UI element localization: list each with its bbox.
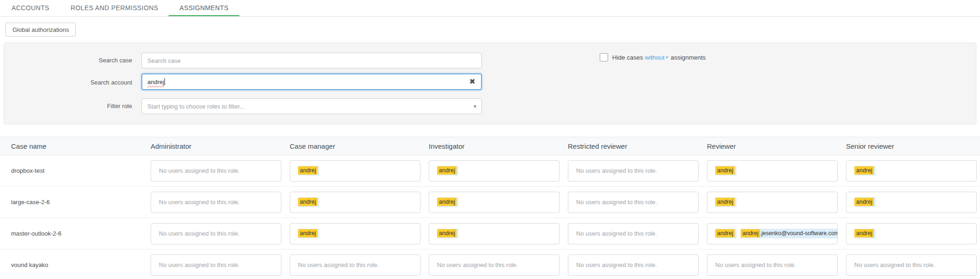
assignment-box[interactable]: andrejandrej.jesenko@vound-software.com bbox=[707, 223, 838, 244]
assignment-box[interactable]: andrej bbox=[846, 223, 977, 244]
assignment-box[interactable]: andrej bbox=[429, 223, 560, 244]
assignment-box[interactable]: andrej bbox=[290, 160, 420, 182]
search-match-highlight: andrej bbox=[715, 229, 735, 237]
search-case-input[interactable] bbox=[141, 53, 482, 68]
role-cell: andrej bbox=[707, 192, 846, 213]
column-header: Reviewer bbox=[707, 142, 846, 150]
empty-placeholder: No users assigned to this role. bbox=[576, 199, 657, 206]
table-row: master-outlook-2-6No users assigned to t… bbox=[0, 218, 980, 249]
assignment-box[interactable]: No users assigned to this role. bbox=[568, 255, 699, 276]
assignment-box[interactable]: No users assigned to this role. bbox=[151, 255, 281, 276]
search-match-highlight: andrej bbox=[741, 229, 760, 237]
empty-placeholder: No users assigned to this role. bbox=[159, 199, 240, 206]
triangle-down-icon[interactable]: ▾ bbox=[666, 55, 668, 60]
column-header: Case manager bbox=[290, 142, 429, 150]
assignment-box[interactable]: andrej bbox=[707, 160, 838, 182]
tab-assignments[interactable]: ASSIGNMENTS bbox=[169, 0, 239, 16]
table-row: large-case-2-6No users assigned to this … bbox=[0, 187, 980, 218]
hide-cases-checkbox[interactable] bbox=[600, 53, 608, 61]
user-chip[interactable]: andrej bbox=[298, 197, 319, 207]
user-chip[interactable]: andrej bbox=[298, 166, 319, 176]
text-caret bbox=[164, 78, 165, 85]
search-match-highlight: andrej bbox=[854, 166, 874, 175]
search-match-highlight: andrej bbox=[437, 229, 457, 237]
search-match-highlight: andrej bbox=[437, 198, 457, 206]
assignment-box[interactable]: No users assigned to this role. bbox=[151, 192, 281, 213]
search-account-input[interactable]: andrej ✖ bbox=[141, 73, 482, 90]
empty-placeholder: No users assigned to this role. bbox=[437, 261, 518, 268]
tab-bar: ACCOUNTSROLES AND PERMISSIONSASSIGNMENTS bbox=[0, 0, 980, 17]
case-name: vound kayako bbox=[0, 261, 151, 268]
role-cell: No users assigned to this role. bbox=[568, 192, 707, 213]
role-cell: andrej bbox=[290, 192, 429, 213]
assignment-box[interactable]: No users assigned to this role. bbox=[568, 160, 699, 182]
column-header: Restricted reviewer bbox=[568, 142, 707, 150]
assignment-box[interactable]: No users assigned to this role. bbox=[707, 255, 838, 276]
role-cell: No users assigned to this role. bbox=[568, 255, 707, 276]
empty-placeholder: No users assigned to this role. bbox=[159, 261, 240, 268]
assignment-box[interactable]: andrej bbox=[290, 192, 420, 213]
column-header: Investigator bbox=[429, 142, 568, 150]
role-cell: No users assigned to this role. bbox=[568, 160, 707, 182]
search-match-highlight: andrej bbox=[854, 229, 874, 237]
role-cell: andrej bbox=[429, 223, 568, 244]
empty-placeholder: No users assigned to this role. bbox=[298, 261, 379, 268]
user-chip[interactable]: andrej bbox=[715, 229, 737, 238]
hide-cases-control: Hide cases without▾ assignments bbox=[600, 53, 706, 61]
role-cell: No users assigned to this role. bbox=[151, 255, 290, 276]
hide-cases-mode-dropdown[interactable]: without bbox=[645, 54, 665, 61]
table-row: dropbox-testNo users assigned to this ro… bbox=[0, 155, 980, 187]
role-cell: andrej bbox=[846, 223, 980, 244]
user-chip[interactable]: andrej bbox=[437, 166, 458, 176]
user-chip[interactable]: andrej bbox=[437, 229, 458, 238]
clear-icon[interactable]: ✖ bbox=[469, 78, 475, 85]
search-case-label: Search case bbox=[4, 57, 132, 64]
filter-role-label: Filter role bbox=[4, 103, 132, 109]
assignment-box[interactable]: No users assigned to this role. bbox=[290, 255, 420, 276]
assignment-box[interactable]: No users assigned to this role. bbox=[846, 255, 977, 276]
role-cell: No users assigned to this role. bbox=[151, 192, 290, 213]
search-account-value: andrej bbox=[147, 79, 164, 85]
global-authorizations-button[interactable]: Global authorizations bbox=[6, 23, 76, 36]
assignment-box[interactable]: andrej bbox=[707, 192, 838, 213]
empty-placeholder: No users assigned to this role. bbox=[576, 261, 657, 268]
case-name: dropbox-test bbox=[0, 167, 151, 174]
role-cell: No users assigned to this role. bbox=[151, 223, 290, 244]
assignment-box[interactable]: No users assigned to this role. bbox=[568, 192, 699, 213]
search-match-highlight: andrej bbox=[298, 229, 317, 237]
table-header: Case nameAdministratorCase managerInvest… bbox=[0, 137, 980, 155]
column-header: Senior reviewer bbox=[846, 142, 980, 150]
assignment-box[interactable]: andrej bbox=[846, 160, 977, 182]
case-name: master-outlook-2-6 bbox=[0, 230, 151, 237]
role-cell: No users assigned to this role. bbox=[290, 255, 429, 276]
assignment-box[interactable]: No users assigned to this role. bbox=[151, 160, 281, 182]
role-cell: andrej bbox=[290, 223, 429, 244]
assignment-box[interactable]: andrej bbox=[846, 192, 977, 213]
assignment-box[interactable]: andrej bbox=[429, 160, 560, 182]
role-cell: andrej bbox=[707, 160, 846, 182]
assignment-box[interactable]: No users assigned to this role. bbox=[568, 223, 699, 244]
assignment-box[interactable]: No users assigned to this role. bbox=[151, 223, 281, 244]
user-chip[interactable]: andrej bbox=[854, 166, 876, 176]
user-chip[interactable]: andrej bbox=[437, 197, 458, 207]
role-cell: No users assigned to this role. bbox=[707, 255, 846, 276]
empty-placeholder: No users assigned to this role. bbox=[159, 230, 240, 237]
tab-accounts[interactable]: ACCOUNTS bbox=[1, 0, 60, 16]
assignment-box[interactable]: andrej bbox=[429, 192, 560, 213]
user-chip[interactable]: andrej bbox=[298, 229, 319, 238]
user-chip[interactable]: andrej bbox=[715, 166, 737, 176]
user-chip[interactable]: andrej bbox=[854, 197, 876, 207]
empty-placeholder: No users assigned to this role. bbox=[854, 261, 935, 268]
user-chip[interactable]: andrej bbox=[715, 197, 737, 207]
assignment-box[interactable]: No users assigned to this role. bbox=[429, 255, 560, 276]
search-match-highlight: andrej bbox=[715, 198, 735, 206]
search-match-highlight: andrej bbox=[715, 166, 735, 175]
role-cell: andrejandrej.jesenko@vound-software.com bbox=[707, 223, 846, 244]
table-body: dropbox-testNo users assigned to this ro… bbox=[0, 155, 980, 279]
user-chip[interactable]: andrej.jesenko@vound-software.com bbox=[741, 229, 838, 238]
filter-role-input[interactable] bbox=[141, 98, 482, 114]
assignment-box[interactable]: andrej bbox=[290, 223, 420, 244]
hide-cases-prefix: Hide cases bbox=[612, 54, 645, 61]
tab-roles-and-permissions[interactable]: ROLES AND PERMISSIONS bbox=[60, 0, 169, 16]
user-chip[interactable]: andrej bbox=[854, 229, 876, 238]
